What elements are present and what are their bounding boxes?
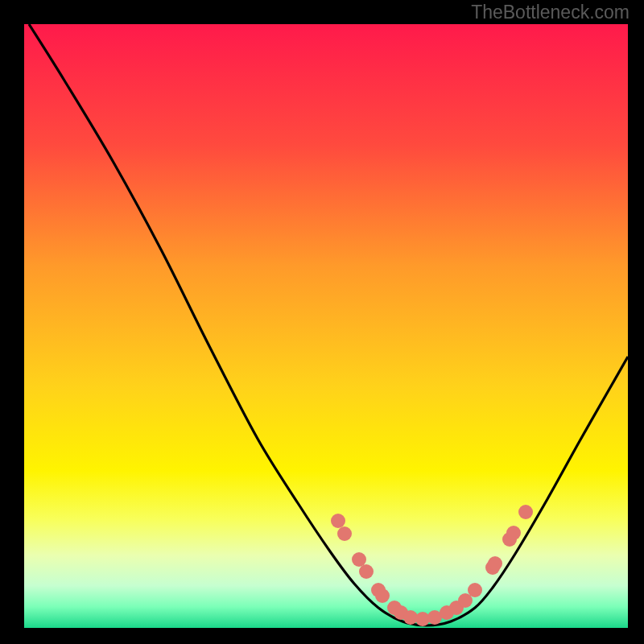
chart-container: TheBottleneck.com	[0, 0, 644, 644]
curve-marker	[359, 564, 374, 579]
curve-marker	[506, 526, 521, 540]
chart-gradient-bg	[24, 24, 628, 628]
bottleneck-chart	[0, 0, 644, 644]
curve-marker	[468, 583, 482, 597]
curve-marker	[337, 526, 352, 541]
watermark-text: TheBottleneck.com	[471, 2, 630, 23]
curve-marker	[331, 514, 345, 528]
curve-marker	[375, 588, 390, 603]
curve-marker	[488, 556, 502, 571]
curve-marker	[518, 505, 533, 519]
curve-marker	[352, 552, 366, 567]
